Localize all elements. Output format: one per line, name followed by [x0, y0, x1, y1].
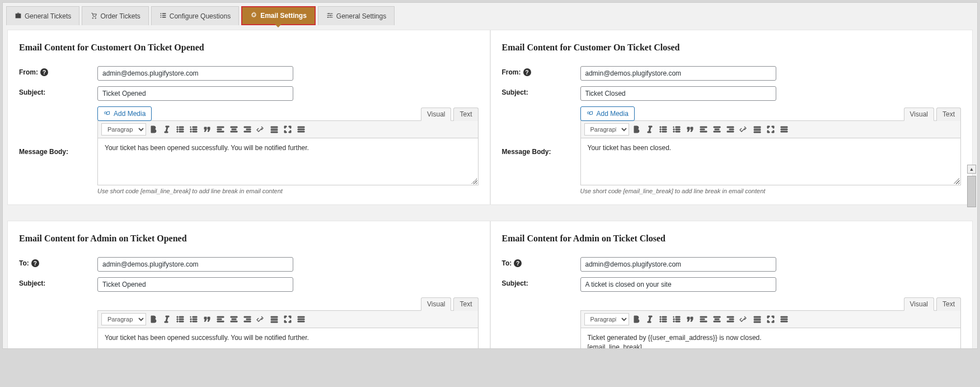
to-label: To:? — [19, 257, 97, 267]
link-icon[interactable] — [255, 123, 267, 136]
editor-body[interactable]: Your ticket has been opened successfully… — [97, 328, 479, 349]
align-right-icon[interactable] — [724, 313, 737, 325]
editor-tab-text[interactable]: Text — [936, 297, 961, 311]
help-icon[interactable]: ? — [514, 259, 522, 267]
panel-admin-opened: Email Content for Admin on Ticket Opened… — [7, 221, 490, 349]
read-more-icon[interactable] — [751, 123, 763, 136]
link-icon[interactable] — [255, 313, 267, 325]
align-center-icon[interactable] — [228, 313, 240, 325]
align-right-icon[interactable] — [241, 123, 254, 136]
italic-icon[interactable] — [161, 123, 173, 136]
sliders-icon — [326, 12, 334, 21]
fullscreen-icon[interactable] — [282, 313, 294, 325]
scroll-up-icon[interactable]: ▲ — [967, 165, 976, 174]
help-icon[interactable]: ? — [31, 259, 39, 267]
help-icon[interactable]: ? — [40, 68, 48, 76]
subject-label: Subject: — [19, 277, 97, 287]
toolbar-toggle-icon[interactable] — [295, 313, 307, 325]
to-input[interactable] — [97, 257, 293, 272]
align-right-icon[interactable] — [724, 123, 737, 136]
numbered-list-icon[interactable] — [670, 123, 683, 136]
tab-general-tickets[interactable]: General Tickets — [6, 6, 79, 25]
toolbar-toggle-icon[interactable] — [295, 123, 307, 136]
bold-icon[interactable] — [630, 123, 643, 136]
tab-label: Order Tickets — [100, 12, 140, 20]
align-center-icon[interactable] — [228, 123, 240, 136]
bullet-list-icon[interactable] — [174, 123, 186, 136]
from-input[interactable] — [580, 66, 776, 81]
blockquote-icon[interactable] — [201, 313, 213, 325]
fullscreen-icon[interactable] — [765, 313, 777, 325]
add-media-button[interactable]: Add Media — [580, 106, 635, 121]
align-center-icon[interactable] — [711, 313, 723, 325]
subject-input[interactable] — [97, 86, 293, 101]
toolbar-toggle-icon[interactable] — [778, 123, 790, 136]
editor-tab-visual[interactable]: Visual — [904, 297, 934, 311]
bold-icon[interactable] — [147, 313, 160, 325]
align-left-icon[interactable] — [214, 313, 227, 325]
link-icon[interactable] — [738, 313, 750, 325]
editor-tab-text[interactable]: Text — [936, 108, 961, 121]
subject-label: Subject: — [502, 277, 580, 287]
editor-body[interactable]: Your ticket has been closed. — [580, 138, 962, 185]
bold-icon[interactable] — [630, 313, 643, 325]
read-more-icon[interactable] — [268, 313, 280, 325]
help-icon[interactable]: ? — [523, 68, 531, 76]
subject-input[interactable] — [580, 277, 776, 292]
bullet-list-icon[interactable] — [657, 123, 669, 136]
tab-order-tickets[interactable]: Order Tickets — [82, 6, 148, 25]
blockquote-icon[interactable] — [201, 123, 213, 136]
tab-label: Email Settings — [260, 12, 307, 20]
blockquote-icon[interactable] — [684, 123, 696, 136]
body-label: Message Body: — [502, 146, 580, 156]
tab-general-settings[interactable]: General Settings — [318, 6, 395, 25]
editor: Visual Text Paragraph — [97, 297, 479, 349]
align-left-icon[interactable] — [697, 313, 710, 325]
panel-heading: Email Content for Customer On Ticket Clo… — [502, 43, 962, 53]
align-right-icon[interactable] — [241, 313, 254, 325]
fullscreen-icon[interactable] — [765, 123, 777, 136]
blockquote-icon[interactable] — [684, 313, 696, 325]
tab-label: Configure Questions — [170, 12, 231, 20]
editor-tab-text[interactable]: Text — [453, 297, 478, 311]
subject-input[interactable] — [97, 277, 293, 292]
panel-heading: Email Content for Admin on Ticket Opened — [19, 234, 479, 244]
italic-icon[interactable] — [161, 313, 173, 325]
italic-icon[interactable] — [644, 313, 656, 325]
gears-icon — [250, 11, 257, 20]
align-left-icon[interactable] — [697, 123, 710, 136]
scrollbar-thumb[interactable] — [967, 176, 976, 207]
editor-tab-visual[interactable]: Visual — [421, 108, 451, 121]
editor-body[interactable]: Your ticket has been opened successfully… — [97, 138, 479, 185]
link-icon[interactable] — [738, 123, 750, 136]
fullscreen-icon[interactable] — [282, 123, 294, 136]
editor-body[interactable]: Ticket generated by {{user_email_address… — [580, 328, 962, 349]
format-select[interactable]: Paragraph — [101, 123, 146, 136]
panel-admin-closed: Email Content for Admin on Ticket Closed… — [490, 221, 973, 349]
to-input[interactable] — [580, 257, 776, 272]
read-more-icon[interactable] — [751, 313, 763, 325]
format-select[interactable]: Paragraph — [584, 313, 629, 325]
settings-window: General Tickets Order Tickets Configure … — [2, 2, 978, 349]
bullet-list-icon[interactable] — [174, 313, 186, 325]
read-more-icon[interactable] — [268, 123, 280, 136]
toolbar-toggle-icon[interactable] — [778, 313, 790, 325]
numbered-list-icon[interactable] — [187, 313, 200, 325]
align-left-icon[interactable] — [214, 123, 227, 136]
editor-tab-visual[interactable]: Visual — [904, 108, 934, 121]
numbered-list-icon[interactable] — [187, 123, 200, 136]
numbered-list-icon[interactable] — [670, 313, 683, 325]
format-select[interactable]: Paragraph — [101, 313, 146, 325]
from-input[interactable] — [97, 66, 293, 81]
editor-tab-text[interactable]: Text — [453, 108, 478, 121]
align-center-icon[interactable] — [711, 123, 723, 136]
format-select[interactable]: Paragraph — [584, 123, 629, 136]
tab-email-settings[interactable]: Email Settings — [241, 6, 316, 25]
bold-icon[interactable] — [147, 123, 160, 136]
editor-tab-visual[interactable]: Visual — [421, 297, 451, 311]
italic-icon[interactable] — [644, 123, 656, 136]
add-media-button[interactable]: Add Media — [97, 106, 152, 121]
bullet-list-icon[interactable] — [657, 313, 669, 325]
subject-input[interactable] — [580, 86, 776, 101]
tab-configure-questions[interactable]: Configure Questions — [151, 6, 239, 25]
